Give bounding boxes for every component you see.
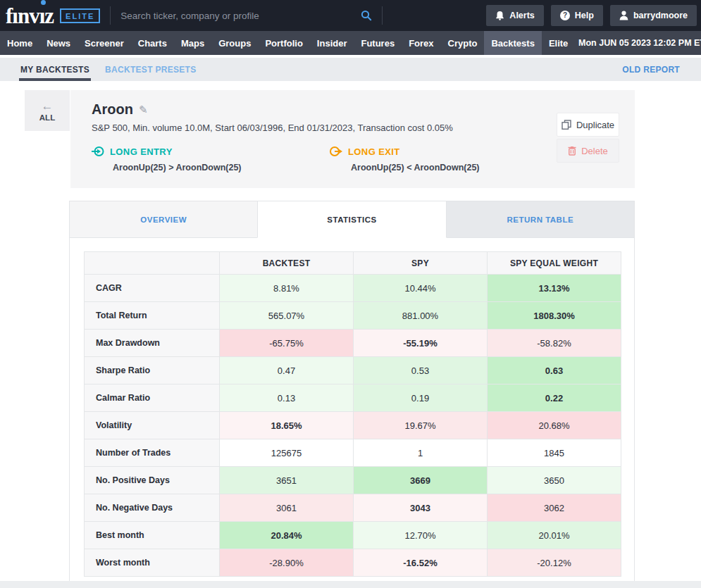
market-datetime: Mon JUN 05 2023 12:02 PM ET <box>578 31 701 55</box>
help-label: Help <box>575 11 594 20</box>
divider <box>382 6 383 25</box>
username-label: barrydmoore <box>633 11 688 20</box>
value-cell: -28.90% <box>220 549 354 577</box>
tab-my-backtests[interactable]: MY BACKTESTS <box>19 58 91 81</box>
long-exit-label: LONG EXIT <box>348 146 400 157</box>
value-cell: 19.67% <box>354 412 488 439</box>
value-cell: 3650 <box>488 467 621 494</box>
tab-statistics[interactable]: STATISTICS <box>257 201 446 238</box>
value-cell: 3669 <box>354 467 488 494</box>
search-box <box>111 10 382 21</box>
long-entry-block: LONG ENTRY AroonUp(25) > AroonDown(25) <box>92 146 330 173</box>
value-cell: 3651 <box>220 467 354 494</box>
value-cell: 10.44% <box>354 275 488 302</box>
delete-label: Delete <box>581 146 608 156</box>
value-cell: 13.13% <box>488 275 621 302</box>
nav-item-groups[interactable]: Groups <box>211 31 258 55</box>
table-row: Calmar Ratio0.130.190.22 <box>85 384 621 412</box>
search-icon[interactable] <box>361 10 372 21</box>
back-label: ALL <box>39 113 55 122</box>
alerts-label: Alerts <box>509 11 534 20</box>
long-entry-icon <box>92 146 104 157</box>
table-row: No. Positive Days365136693650 <box>85 467 621 494</box>
row-label: No. Negative Days <box>85 494 220 522</box>
value-cell: -16.52% <box>354 549 488 577</box>
tab-return-table[interactable]: RETURN TABLE <box>447 201 635 238</box>
row-label: Max Drawdown <box>85 330 220 357</box>
nav-item-news[interactable]: News <box>39 31 77 55</box>
duplicate-button[interactable]: Duplicate <box>557 113 619 137</box>
back-to-all-button[interactable]: ← ALL <box>25 90 70 131</box>
nav-item-elite[interactable]: Elite <box>542 31 575 55</box>
duplicate-label: Duplicate <box>576 120 614 130</box>
value-cell: 881.00% <box>354 302 488 330</box>
back-arrow-icon: ← <box>42 100 54 112</box>
backtest-description: S&P 500, Min. volume 10.0M, Start 06/03/… <box>92 123 619 133</box>
long-exit-condition: AroonUp(25) < AroonDown(25) <box>351 163 568 173</box>
value-cell: 12.70% <box>354 522 488 549</box>
elite-badge: ELITE <box>60 8 100 23</box>
nav-item-crypto[interactable]: Crypto <box>441 31 485 55</box>
help-button[interactable]: ? Help <box>551 5 603 26</box>
logo-dot <box>41 0 46 5</box>
backtest-summary-card: Aroon ✎ S&P 500, Min. volume 10.0M, Star… <box>70 90 635 188</box>
column-header <box>85 252 220 275</box>
backtest-header-row: ← ALL Aroon ✎ S&P 500, Min. volume 10.0M… <box>0 90 701 188</box>
question-icon: ? <box>560 11 570 20</box>
row-label: CAGR <box>85 275 220 302</box>
nav-item-charts[interactable]: Charts <box>131 31 174 55</box>
old-report-link[interactable]: OLD REPORT <box>622 58 680 81</box>
value-cell: 565.07% <box>220 302 354 330</box>
value-cell: -58.82% <box>488 330 621 357</box>
row-label: Best month <box>85 522 220 549</box>
value-cell: 1 <box>354 439 488 467</box>
tab-overview[interactable]: OVERVIEW <box>69 201 257 238</box>
row-label: Volatility <box>85 412 220 439</box>
long-entry-condition: AroonUp(25) > AroonDown(25) <box>113 163 330 173</box>
nav-item-screener[interactable]: Screener <box>77 31 131 55</box>
value-cell: -20.12% <box>488 549 621 577</box>
row-label: Total Return <box>85 302 220 330</box>
nav-item-backtests[interactable]: Backtests <box>484 31 541 55</box>
nav-item-insider[interactable]: Insider <box>310 31 354 55</box>
edit-title-icon[interactable]: ✎ <box>139 104 148 116</box>
column-header: BACKTEST <box>220 252 354 275</box>
trash-icon <box>568 146 576 156</box>
value-cell: 0.13 <box>220 384 354 412</box>
value-cell: 0.22 <box>488 384 621 412</box>
long-entry-label: LONG ENTRY <box>110 146 173 157</box>
value-cell: -55.19% <box>354 330 488 357</box>
value-cell: -65.75% <box>220 330 354 357</box>
user-button[interactable]: barrydmoore <box>610 5 697 26</box>
value-cell: 0.53 <box>354 357 488 384</box>
long-exit-icon <box>330 146 342 157</box>
table-row: Worst month-28.90%-16.52%-20.12% <box>85 549 621 577</box>
alerts-button[interactable]: Alerts <box>486 5 543 26</box>
row-label: Worst month <box>85 549 220 577</box>
value-cell: 20.84% <box>220 522 354 549</box>
table-row: CAGR8.81%10.44%13.13% <box>85 275 621 302</box>
finviz-logo[interactable]: fınvız ELITE <box>0 5 110 27</box>
value-cell: 0.19 <box>354 384 488 412</box>
nav-item-maps[interactable]: Maps <box>174 31 211 55</box>
svg-text:?: ? <box>563 11 567 19</box>
main-nav: HomeNewsScreenerChartsMapsGroupsPortfoli… <box>0 31 701 55</box>
column-header: SPY EQUAL WEIGHT <box>488 252 621 275</box>
duplicate-icon <box>562 120 571 130</box>
table-row: Max Drawdown-65.75%-55.19%-58.82% <box>85 330 621 357</box>
table-row: Volatility18.65%19.67%20.68% <box>85 412 621 439</box>
nav-item-forex[interactable]: Forex <box>402 31 440 55</box>
delete-button[interactable]: Delete <box>557 139 619 163</box>
table-row: No. Negative Days306130433062 <box>85 494 621 522</box>
statistics-panel: BACKTESTSPYSPY EQUAL WEIGHT CAGR8.81%10.… <box>69 238 635 583</box>
nav-item-portfolio[interactable]: Portfolio <box>258 31 309 55</box>
backtest-title: Aroon <box>92 101 133 118</box>
value-cell: 3062 <box>488 494 621 522</box>
page-footer-strip <box>0 581 701 588</box>
search-input[interactable] <box>120 11 361 21</box>
row-label: Calmar Ratio <box>85 384 220 412</box>
table-row: Sharpe Ratio0.470.530.63 <box>85 357 621 384</box>
nav-item-home[interactable]: Home <box>0 31 39 55</box>
nav-item-futures[interactable]: Futures <box>354 31 402 55</box>
tab-backtest-presets[interactable]: BACKTEST PRESETS <box>104 58 197 81</box>
